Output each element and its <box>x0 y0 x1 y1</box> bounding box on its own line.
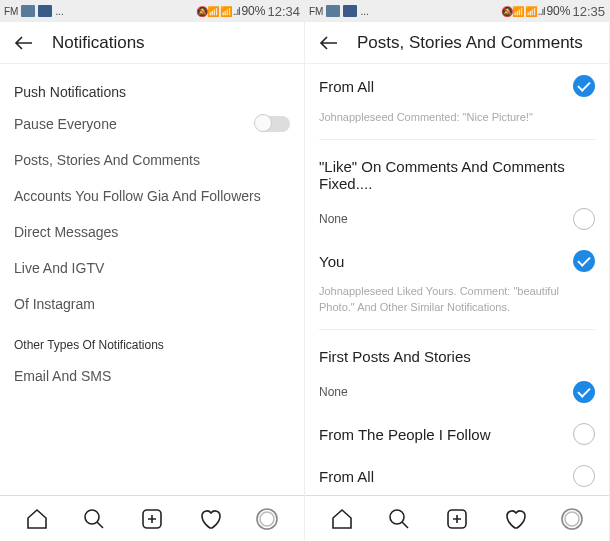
header: Posts, Stories And Comments <box>305 22 609 64</box>
option-first-from-all[interactable]: From All <box>319 455 595 495</box>
search-icon <box>82 507 106 531</box>
nav-item-accounts-followers[interactable]: Accounts You Follow Gia And Followers <box>14 178 290 214</box>
nav-activity[interactable] <box>503 507 527 531</box>
nav-item-live-igtv[interactable]: Live And IGTV <box>14 250 290 286</box>
status-app-icon-2 <box>343 5 357 17</box>
radio-checked-icon <box>573 381 595 403</box>
pause-everyone-toggle[interactable] <box>256 116 290 132</box>
pause-everyone-label: Pause Everyone <box>14 116 117 132</box>
option-label: None <box>319 212 348 226</box>
option-label: From All <box>319 468 374 485</box>
option-like-none[interactable]: None <box>319 198 595 240</box>
option-like-you[interactable]: You <box>319 240 595 282</box>
svg-point-4 <box>390 510 404 524</box>
nav-item-label: Accounts You Follow Gia And Followers <box>14 188 261 204</box>
back-button[interactable] <box>317 31 341 55</box>
nav-home[interactable] <box>25 507 49 531</box>
option-label: None <box>319 385 348 399</box>
radio-unchecked-icon <box>573 208 595 230</box>
screen-posts-stories-comments: FM ... 🔕📶 📶 ..ıl 90% 12:35 Posts, Storie… <box>305 0 610 541</box>
search-icon <box>387 507 411 531</box>
bottom-nav <box>0 495 304 541</box>
nav-item-email-sms[interactable]: Email And SMS <box>14 358 290 394</box>
push-notifications-heading: Push Notifications <box>14 72 290 106</box>
radio-unchecked-icon <box>573 465 595 487</box>
home-icon <box>25 507 49 531</box>
radio-checked-icon <box>573 75 595 97</box>
divider <box>319 139 595 140</box>
profile-icon <box>560 507 584 531</box>
status-time: 12:35 <box>572 4 605 19</box>
header-title: Notifications <box>52 33 145 53</box>
status-fm: FM <box>4 6 18 17</box>
content-area: Push Notifications Pause Everyone Posts,… <box>0 64 304 495</box>
back-button[interactable] <box>12 31 36 55</box>
nav-profile[interactable] <box>255 507 279 531</box>
nav-item-label: Live And IGTV <box>14 260 104 276</box>
option-label: From The People I Follow <box>319 426 490 443</box>
plus-square-icon <box>140 507 164 531</box>
plus-square-icon <box>445 507 469 531</box>
screen-notifications: FM ... 🔕📶 📶 ..ıl 90% 12:34 Notifications… <box>0 0 305 541</box>
option-label: From All <box>319 78 374 95</box>
nav-item-label: Direct Messages <box>14 224 118 240</box>
back-arrow-icon <box>317 31 341 55</box>
first-posts-heading: First Posts And Stories <box>319 334 595 371</box>
nav-create[interactable] <box>140 507 164 531</box>
nav-item-label: Of Instagram <box>14 296 95 312</box>
heart-icon <box>503 507 527 531</box>
content-area: From All Johnappleseed Commented: "Nice … <box>305 64 609 495</box>
nav-item-label: Posts, Stories And Comments <box>14 152 200 168</box>
header-title: Posts, Stories And Comments <box>357 33 583 53</box>
toggle-knob <box>254 114 272 132</box>
nav-item-posts-stories[interactable]: Posts, Stories And Comments <box>14 142 290 178</box>
nav-create[interactable] <box>445 507 469 531</box>
nav-home[interactable] <box>330 507 354 531</box>
nav-search[interactable] <box>82 507 106 531</box>
option-label: You <box>319 253 344 270</box>
svg-point-0 <box>85 510 99 524</box>
status-fm: FM <box>309 6 323 17</box>
svg-point-7 <box>565 512 579 526</box>
home-icon <box>330 507 354 531</box>
bottom-nav <box>305 495 609 541</box>
back-arrow-icon <box>12 31 36 55</box>
nav-item-label: Email And SMS <box>14 368 111 384</box>
status-bar: FM ... 🔕📶 📶 ..ıl 90% 12:34 <box>0 0 304 22</box>
profile-icon <box>255 507 279 531</box>
status-app-icon-1 <box>326 5 340 17</box>
other-types-heading: Other Types Of Notifications <box>14 322 290 358</box>
pause-everyone-row[interactable]: Pause Everyone <box>14 106 290 142</box>
status-battery: 90% <box>546 4 570 18</box>
status-app-icon-2 <box>38 5 52 17</box>
like-section-heading: "Like" On Comments And Comments Fixed...… <box>319 144 595 198</box>
radio-unchecked-icon <box>573 423 595 445</box>
status-icons: 🔕📶 📶 ..ıl <box>501 6 544 17</box>
status-dots: ... <box>360 6 368 17</box>
nav-activity[interactable] <box>198 507 222 531</box>
status-time: 12:34 <box>267 4 300 19</box>
like-example-text: Johnappleseed Liked Yours. Comment: "bea… <box>319 282 595 325</box>
radio-checked-icon <box>573 250 595 272</box>
option-first-none[interactable]: None <box>319 371 595 413</box>
option-from-all-top[interactable]: From All <box>319 72 595 108</box>
nav-item-of-instagram[interactable]: Of Instagram <box>14 286 290 322</box>
svg-point-3 <box>260 512 274 526</box>
status-app-icon-1 <box>21 5 35 17</box>
nav-search[interactable] <box>387 507 411 531</box>
status-dots: ... <box>55 6 63 17</box>
nav-profile[interactable] <box>560 507 584 531</box>
divider <box>319 329 595 330</box>
status-icons: 🔕📶 📶 ..ıl <box>196 6 239 17</box>
nav-item-direct-messages[interactable]: Direct Messages <box>14 214 290 250</box>
option-first-people-follow[interactable]: From The People I Follow <box>319 413 595 455</box>
status-bar: FM ... 🔕📶 📶 ..ıl 90% 12:35 <box>305 0 609 22</box>
heart-icon <box>198 507 222 531</box>
status-battery: 90% <box>241 4 265 18</box>
comment-example-text: Johnappleseed Commented: "Nice Picture!" <box>319 108 595 135</box>
header: Notifications <box>0 22 304 64</box>
